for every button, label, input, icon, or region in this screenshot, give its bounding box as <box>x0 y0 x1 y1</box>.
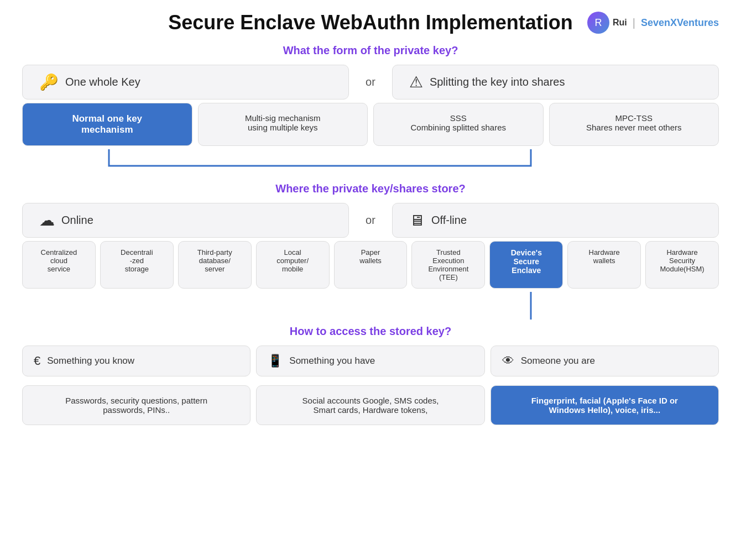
connector2 <box>22 292 719 320</box>
logo-area: R Rui | SevenXVentures <box>587 12 719 34</box>
mpc-tss-text: MPC-TSSShares never meet others <box>586 113 682 132</box>
avatar: R <box>587 12 609 34</box>
know-icon: € <box>34 354 40 368</box>
storage-local-computer: Localcomputer/mobile <box>256 241 330 289</box>
splitting-key-text: Splitting the key into shares <box>430 76 565 88</box>
multisig-box: Multi-sig mechanismusing multiple keys <box>198 103 368 146</box>
section1-label: What the form of the private key? <box>22 44 719 57</box>
storage-decentralized: Decentrali-zedstorage <box>100 241 174 289</box>
sss-text: SSSCombining splitted shares <box>410 113 506 132</box>
or-text-1: or <box>349 76 392 88</box>
key-icon: 🔑 <box>39 73 59 91</box>
something-you-have-box: 📱 Something you have <box>256 346 484 376</box>
logo-person: Rui <box>613 18 627 28</box>
something-you-have-text: Something you have <box>289 355 375 367</box>
someone-you-are-text: Someone you are <box>521 355 595 367</box>
online-icon: ☁ <box>39 211 55 229</box>
flow-line-1 <box>109 149 531 166</box>
sss-box: SSSCombining splitted shares <box>373 103 544 146</box>
mechanism-row: Normal one keymechanism Multi-sig mechan… <box>22 103 719 146</box>
storage-location-row: ☁ Online or 🖥 Off-line <box>22 203 719 238</box>
storage-tee: TrustedExecutionEnvironment(TEE) <box>411 241 485 289</box>
access-choice-row: € Something you know 📱 Something you hav… <box>22 346 719 376</box>
multisig-text: Multi-sig mechanismusing multiple keys <box>245 113 321 132</box>
social-accounts-text: Social accounts Google, SMS codes,Smart … <box>302 396 439 415</box>
storage-third-party: Third-partydatabase/server <box>178 241 252 289</box>
one-whole-key-text: One whole Key <box>65 76 140 88</box>
split-icon: ⚠ <box>409 73 423 91</box>
access-detail-row: Passwords, security questions, patternpa… <box>22 385 719 425</box>
spacer <box>22 380 719 385</box>
online-box: ☁ Online <box>22 203 349 238</box>
one-whole-key-box: 🔑 One whole Key <box>22 65 349 100</box>
header: Secure Enclave WebAuthn Implementation R… <box>22 11 719 34</box>
connector-svg2 <box>22 292 719 320</box>
or-text-2: or <box>349 214 392 227</box>
something-you-know-box: € Something you know <box>22 346 251 376</box>
storage-hsm: HardwareSecurityModule(HSM) <box>645 241 719 289</box>
page-title: Secure Enclave WebAuthn Implementation <box>168 11 573 34</box>
storage-secure-enclave: Device'sSecureEnclave <box>489 241 563 289</box>
connector1 <box>22 149 719 177</box>
section3-label: How to access the stored key? <box>22 325 719 338</box>
normal-one-key-text: Normal one keymechanism <box>72 113 142 135</box>
offline-text: Off-line <box>431 214 467 227</box>
something-you-know-text: Something you know <box>47 355 134 367</box>
section2-label: Where the private key/shares store? <box>22 182 719 195</box>
diagram: Secure Enclave WebAuthn Implementation R… <box>22 11 719 425</box>
splitting-key-box: ⚠ Splitting the key into shares <box>392 65 719 100</box>
divider: | <box>633 17 635 29</box>
biometrics-text: Fingerprint, facial (Apple's Face ID orW… <box>531 396 678 415</box>
online-text: Online <box>61 214 93 227</box>
storage-hardware-wallets: Hardwarewallets <box>567 241 641 289</box>
passwords-text: Passwords, security questions, patternpa… <box>65 396 207 415</box>
normal-one-key-box: Normal one keymechanism <box>22 103 192 146</box>
offline-box: 🖥 Off-line <box>392 203 719 238</box>
storage-paper-wallets: Paperwallets <box>334 241 408 289</box>
passwords-box: Passwords, security questions, patternpa… <box>22 385 251 425</box>
logo-brand: SevenXVentures <box>641 17 719 29</box>
have-icon: 📱 <box>268 354 283 368</box>
biometrics-box: Fingerprint, facial (Apple's Face ID orW… <box>490 385 719 425</box>
offline-icon: 🖥 <box>409 211 425 229</box>
storage-centralized: Centralizedcloudservice <box>22 241 96 289</box>
connector-svg1 <box>22 149 719 177</box>
social-accounts-box: Social accounts Google, SMS codes,Smart … <box>256 385 484 425</box>
mpc-tss-box: MPC-TSSShares never meet others <box>549 103 719 146</box>
are-icon: 👁 <box>502 354 514 368</box>
someone-you-are-box: 👁 Someone you are <box>490 346 719 376</box>
storage-items-row: Centralizedcloudservice Decentrali-zedst… <box>22 241 719 289</box>
key-form-row: 🔑 One whole Key or ⚠ Splitting the key i… <box>22 65 719 100</box>
